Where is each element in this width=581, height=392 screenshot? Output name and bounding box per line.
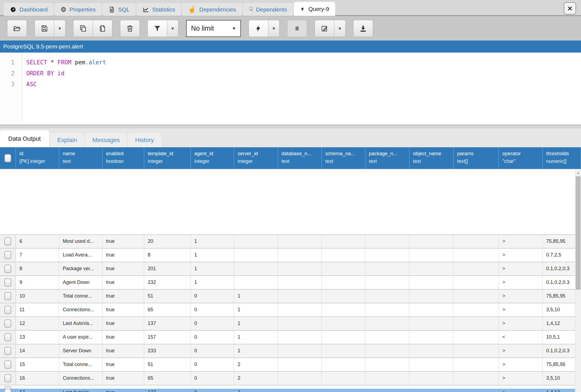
cell-params[interactable] [454, 249, 499, 262]
tab-dependents[interactable]: ☟Dependents [243, 3, 293, 16]
cell-server_id[interactable]: 1 [234, 344, 278, 358]
row-checkbox[interactable] [4, 374, 11, 382]
execute-options-button[interactable]: ▾ [268, 20, 280, 37]
cell-schema_na[interactable] [322, 235, 365, 248]
cell-template_id[interactable]: 51 [144, 358, 191, 371]
sql-code[interactable]: SELECT * FROM pem.alertORDER BY idASC [22, 53, 106, 125]
cell-enabled[interactable]: true [102, 331, 144, 344]
cell-template_id[interactable]: 51 [144, 290, 191, 303]
cell-agent_id[interactable]: 0 [191, 389, 234, 392]
cell-object_name[interactable] [409, 358, 454, 371]
row-checkbox[interactable] [4, 333, 11, 341]
edit-options-button[interactable]: ▾ [334, 20, 346, 37]
close-button[interactable]: × [564, 2, 576, 15]
cell-server_id[interactable] [234, 235, 278, 248]
row-checkbox[interactable] [4, 386, 11, 389]
row-checkbox[interactable] [4, 306, 11, 314]
cell-database_n[interactable] [278, 276, 322, 289]
cell-database_n[interactable] [278, 317, 322, 330]
cell-operator[interactable]: > [499, 235, 543, 248]
cell-server_id[interactable]: 2 [234, 389, 278, 392]
save-button[interactable] [35, 20, 54, 37]
cell-server_id[interactable]: 1 [234, 290, 278, 303]
cell-enabled[interactable]: true [102, 276, 144, 289]
cell-schema_na[interactable] [322, 303, 365, 316]
copy-button[interactable] [73, 20, 93, 37]
cell-enabled[interactable]: true [102, 303, 144, 316]
tab-data-output[interactable]: Data Output [0, 130, 49, 147]
cell-id[interactable]: 9 [16, 276, 59, 289]
select-all-checkbox[interactable] [4, 154, 11, 162]
row-checkbox[interactable] [4, 292, 11, 300]
cell-object_name[interactable] [409, 276, 454, 289]
cell-database_n[interactable] [278, 303, 322, 316]
cell-operator[interactable]: > [499, 317, 543, 330]
cell-server_id[interactable] [234, 276, 278, 289]
cell-id[interactable]: 12 [16, 317, 59, 330]
cell-enabled[interactable]: true [102, 372, 144, 385]
tab-properties[interactable]: ⚙Properties [55, 3, 102, 16]
cell-package_n[interactable] [365, 389, 409, 392]
row-checkbox[interactable] [4, 319, 11, 328]
cell-agent_id[interactable]: 0 [191, 290, 234, 303]
cell-schema_na[interactable] [322, 249, 365, 262]
tab-sql[interactable]: SQL [102, 3, 136, 16]
tab-history[interactable]: History [128, 133, 161, 147]
cell-schema_na[interactable] [322, 317, 365, 330]
select-all-header[interactable] [0, 147, 16, 169]
cell-name[interactable]: Total conne... [59, 290, 102, 303]
cell-operator[interactable]: > [499, 303, 543, 316]
cell-agent_id[interactable]: 1 [191, 276, 234, 289]
row-checkbox[interactable] [4, 265, 11, 273]
tab-statistics[interactable]: Statistics [136, 3, 181, 16]
row-select-cell[interactable] [0, 249, 16, 262]
cell-object_name[interactable] [409, 235, 454, 248]
cell-object_name[interactable] [409, 372, 454, 385]
row-checkbox[interactable] [4, 251, 11, 259]
cell-enabled[interactable]: true [102, 358, 144, 371]
cell-operator[interactable]: > [499, 249, 543, 262]
cell-id[interactable]: 17 [16, 389, 59, 392]
cell-database_n[interactable] [278, 331, 322, 344]
row-select-cell[interactable] [0, 235, 16, 248]
cell-params[interactable] [454, 262, 499, 275]
cell-schema_na[interactable] [322, 276, 365, 289]
row-select-cell[interactable] [0, 344, 16, 358]
row-select-cell[interactable] [0, 276, 16, 289]
row-checkbox[interactable] [4, 361, 11, 369]
column-header-enabled[interactable]: enabledboolean [102, 147, 144, 169]
row-checkbox[interactable] [4, 389, 11, 392]
column-header-id[interactable]: id[PK] integer [16, 147, 59, 169]
cell-agent_id[interactable]: 1 [191, 262, 234, 275]
cell-id[interactable]: 7 [16, 249, 59, 262]
row-select-cell[interactable] [0, 389, 16, 392]
cell-object_name[interactable] [409, 344, 454, 358]
cell-database_n[interactable] [278, 372, 322, 385]
cell-package_n[interactable] [365, 249, 409, 262]
cell-enabled[interactable]: true [102, 290, 144, 303]
cell-params[interactable] [454, 276, 499, 289]
cell-object_name[interactable] [409, 317, 454, 330]
cell-package_n[interactable] [365, 372, 409, 385]
cell-params[interactable] [454, 372, 499, 385]
horizontal-splitter[interactable] [0, 125, 581, 128]
cell-operator[interactable]: < [499, 331, 543, 344]
cell-object_name[interactable] [409, 389, 454, 392]
cell-operator[interactable]: > [499, 344, 543, 358]
cell-template_id[interactable]: 201 [144, 262, 191, 275]
cell-agent_id[interactable]: 1 [191, 249, 234, 262]
cell-agent_id[interactable]: 0 [191, 317, 234, 330]
cell-database_n[interactable] [278, 235, 322, 248]
cell-params[interactable] [454, 358, 499, 371]
open-file-button[interactable] [7, 20, 27, 37]
cell-package_n[interactable] [365, 317, 409, 330]
cell-database_n[interactable] [278, 249, 322, 262]
cell-params[interactable] [454, 331, 499, 344]
cell-operator[interactable]: > [499, 372, 543, 385]
cell-package_n[interactable] [365, 358, 409, 371]
cell-schema_na[interactable] [322, 389, 365, 392]
cell-template_id[interactable]: 157 [144, 331, 191, 344]
cell-schema_na[interactable] [322, 372, 365, 385]
cell-id[interactable]: 8 [16, 262, 59, 275]
tab-messages[interactable]: Messages [85, 133, 127, 147]
